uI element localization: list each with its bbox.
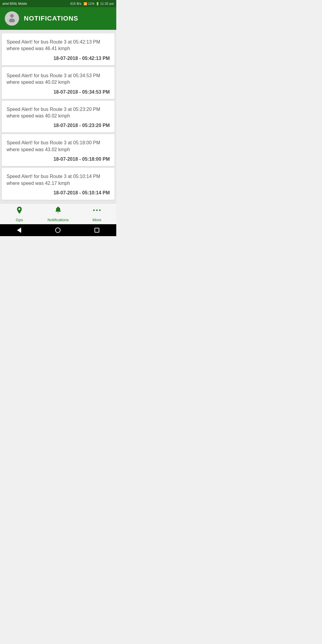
gps-icon xyxy=(16,206,23,216)
notification-card: Speed Alert! for bus Route 3 at 05:34:53… xyxy=(2,67,114,99)
notification-card: Speed Alert! for bus Route 3 at 05:42:13… xyxy=(2,33,114,65)
bell-icon xyxy=(54,206,62,216)
nav-item-gps[interactable]: Gps xyxy=(0,206,39,222)
notification-card: Speed Alert! for bus Route 3 at 05:10:14… xyxy=(2,168,114,200)
bottom-nav: Gps Notifications More xyxy=(0,203,116,224)
recents-button[interactable] xyxy=(95,228,99,233)
android-nav-bar xyxy=(0,224,116,236)
nav-item-more[interactable]: More xyxy=(78,206,116,222)
avatar xyxy=(5,11,19,26)
nav-gps-label: Gps xyxy=(16,218,23,222)
notifications-list: Speed Alert! for bus Route 3 at 05:42:13… xyxy=(0,30,116,203)
more-dots-icon xyxy=(93,206,101,216)
page-title: NOTIFICATIONS xyxy=(24,15,78,22)
notification-card: Speed Alert! for bus Route 3 at 05:18:00… xyxy=(2,134,114,166)
svg-point-2 xyxy=(93,210,95,211)
notification-timestamp: 18-07-2018 - 05:18:00 PM xyxy=(7,157,110,162)
notification-message: Speed Alert! for bus Route 3 at 05:34:53… xyxy=(7,72,110,86)
avatar-icon xyxy=(7,13,17,24)
svg-point-1 xyxy=(9,18,15,22)
notification-timestamp: 18-07-2018 - 05:34:53 PM xyxy=(7,89,110,95)
notification-message: Speed Alert! for bus Route 3 at 05:23:20… xyxy=(7,106,110,120)
time-battery: 615 B/s 📶 11% 🔋 11:32 pm xyxy=(70,2,114,5)
nav-more-label: More xyxy=(92,218,101,222)
notification-message: Speed Alert! for bus Route 3 at 05:10:14… xyxy=(7,173,110,187)
carrier-text: airtel BSNL Mobile xyxy=(2,2,27,5)
nav-notifications-label: Notifications xyxy=(48,218,69,222)
app-header: NOTIFICATIONS xyxy=(0,7,116,30)
svg-point-3 xyxy=(96,210,98,211)
svg-point-4 xyxy=(99,210,101,211)
notification-card: Speed Alert! for bus Route 3 at 05:23:20… xyxy=(2,101,114,133)
nav-item-notifications[interactable]: Notifications xyxy=(39,206,78,222)
notification-message: Speed Alert! for bus Route 3 at 05:18:00… xyxy=(7,140,110,153)
notification-timestamp: 18-07-2018 - 05:42:13 PM xyxy=(7,56,110,61)
svg-point-0 xyxy=(10,14,14,18)
status-bar: airtel BSNL Mobile 615 B/s 📶 11% 🔋 11:32… xyxy=(0,0,116,7)
notification-timestamp: 18-07-2018 - 05:23:20 PM xyxy=(7,123,110,128)
back-button[interactable] xyxy=(17,227,21,233)
notification-message: Speed Alert! for bus Route 3 at 05:42:13… xyxy=(7,39,110,52)
notification-timestamp: 18-07-2018 - 05:10:14 PM xyxy=(7,190,110,196)
home-button[interactable] xyxy=(55,227,61,233)
